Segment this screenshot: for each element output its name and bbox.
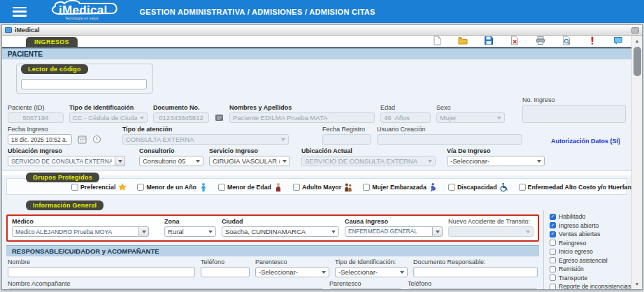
resp-documento-input[interactable] — [413, 267, 538, 277]
checkbox-reporte-inconsistencias[interactable]: Reporte de inconsistencias — [550, 283, 631, 289]
checkbox-menor-de-edad[interactable]: Menor de Edad — [218, 182, 283, 192]
checkbox-enfermedad-alto-costo[interactable]: Enfermedad Alto Costo y/o Huerfana — [519, 182, 631, 192]
delete-icon[interactable] — [509, 36, 520, 45]
via-ingreso-label: Vía De Ingreso — [447, 147, 545, 154]
acompanante-parentesco-select[interactable]: -Seleccionar- — [329, 289, 402, 289]
consultorio-select[interactable]: Consultorio 05 — [139, 156, 203, 166]
ciudad-select[interactable]: Soacha, CUNDINAMARCA — [222, 226, 339, 237]
new-document-icon[interactable] — [431, 36, 442, 45]
tipo-atencion-label: Tipo de atención — [122, 126, 289, 133]
scroll-down-button[interactable]: ▼ — [632, 279, 643, 289]
fecha-ingreso-input[interactable] — [8, 134, 72, 145]
checkbox-egreso-asistencial[interactable]: Egreso asistencial — [550, 257, 631, 264]
menu-icon[interactable] — [13, 7, 27, 17]
chevron-down-icon — [428, 160, 432, 163]
window-title: iMedical — [15, 27, 40, 34]
grupos-protegidos-label: Grupos Protegidos — [26, 173, 99, 182]
via-ingreso-select[interactable]: -Seleccionar- — [447, 156, 545, 166]
usuario-creacion-input — [377, 134, 522, 145]
chevron-down-icon — [208, 231, 213, 233]
checkbox-adulto-mayor[interactable]: Adulto Mayor — [293, 182, 353, 192]
open-folder-icon[interactable] — [457, 36, 468, 45]
preview-icon[interactable] — [561, 36, 571, 45]
sexo-label: Sexo — [436, 104, 505, 111]
vertical-scrollbar[interactable]: ▲ ▼ — [631, 36, 642, 289]
grupos-protegidos-section: Grupos Protegidos Preferencial Menor de … — [2, 175, 631, 195]
checkbox-mujer-embarazada[interactable]: Mujer Embarazada — [363, 182, 438, 192]
scroll-up-button[interactable]: ▲ — [632, 36, 643, 46]
dropdown-button[interactable] — [115, 156, 125, 166]
documento-input — [153, 112, 209, 123]
chevron-down-icon — [281, 138, 285, 141]
acompanante-telefono-input[interactable] — [408, 289, 538, 289]
resp-parentesco-label: Parentesco — [255, 258, 329, 265]
checkbox-remision[interactable]: Remisión — [550, 265, 631, 272]
ubicacion-ingreso-label: Ubicación Ingreso — [8, 147, 125, 154]
checkbox-inicio-egreso[interactable]: Inicio egreso — [550, 248, 631, 255]
no-ingreso-label: No. Ingreso — [522, 96, 626, 103]
pregnant-icon — [429, 182, 438, 192]
comment-icon[interactable] — [613, 36, 623, 45]
checkbox-discapacidad[interactable]: Discapacidad — [448, 182, 509, 192]
calendar-icon[interactable] — [78, 135, 87, 144]
causa-ingreso-combobox[interactable] — [345, 226, 443, 237]
app-logo: iMedical Tecnología en salud — [49, 3, 114, 20]
window-icon — [5, 27, 12, 33]
medico-combobox[interactable] — [12, 226, 149, 237]
checkbox-reingreso[interactable]: Reingreso — [550, 240, 631, 247]
window-control-button[interactable] — [631, 27, 639, 34]
resp-tipo-id-label: Tipo de Identificación: — [335, 258, 408, 265]
dropdown-button[interactable] — [433, 226, 443, 237]
elderly-icon — [343, 182, 353, 192]
grupos-protegidos-row: Preferencial Menor de un Año Menor de Ed… — [6, 178, 627, 195]
acompanante-telefono-label: Teléfono — [408, 280, 538, 287]
resp-documento-label: Documento Responsable: — [413, 258, 538, 265]
servicio-ingreso-select[interactable]: CIRUGIA VASCULAR ( — [209, 156, 290, 166]
save-icon[interactable] — [483, 36, 494, 45]
chevron-down-icon — [497, 117, 501, 119]
resp-nombre-input[interactable] — [8, 267, 195, 277]
alert-icon[interactable] — [587, 36, 597, 45]
checkbox-menor-de-un-ano[interactable]: Menor de un Año — [137, 182, 208, 192]
checkbox-habilitado[interactable]: Habilitado — [550, 213, 631, 220]
fecha-ingreso-label: Fecha Ingreso — [8, 126, 72, 133]
usuario-creacion-label: Usuario Creación — [377, 126, 522, 133]
edad-label: Edad — [380, 104, 431, 111]
checkbox-ventas-abiertas[interactable]: Ventas abiertas — [550, 231, 631, 238]
resp-parentesco-select[interactable]: -Seleccionar- — [255, 267, 329, 277]
autorizacion-datos-link[interactable]: Autorización Datos (SÍ) — [551, 138, 620, 145]
app-header: iMedical Tecnología en salud GESTION ADM… — [0, 0, 644, 23]
fecha-registro-label: Fecha Registro — [322, 126, 371, 133]
documento-label: Documento No. — [153, 104, 209, 111]
fingerprint-reader-icon[interactable] — [215, 113, 224, 122]
informacion-general-section: Información General — [2, 195, 631, 210]
ubicacion-ingreso-combobox[interactable] — [8, 156, 125, 166]
lector-codigo-group: Lector de código — [16, 64, 153, 94]
highlighted-medico-row: Médico Zona Rural — [6, 214, 539, 242]
resp-tipo-id-select[interactable]: -Seleccionar- — [335, 267, 408, 277]
tab-ingresos[interactable]: INGRESOS — [26, 37, 78, 47]
breadcrumb: GESTION ADMINISTRATIVA / ADMISIONES / AD… — [139, 8, 375, 16]
resp-telefono-input[interactable] — [201, 267, 250, 277]
logo-text: iMedical — [49, 3, 114, 17]
star-icon — [117, 182, 127, 192]
print-icon[interactable] — [535, 36, 545, 45]
acompanante-nombre-input[interactable] — [8, 289, 324, 289]
resp-telefono-label: Teléfono — [201, 258, 250, 265]
checkbox-ingreso-abierto[interactable]: Ingreso abierto — [550, 222, 631, 229]
checkbox-preferencial[interactable]: Preferencial — [71, 182, 127, 192]
lector-codigo-input[interactable] — [21, 79, 147, 89]
zona-select[interactable]: Rural — [164, 226, 216, 237]
chevron-down-icon — [331, 231, 336, 233]
fecha-registro-input — [322, 134, 371, 145]
causa-ingreso-label: Causa Ingreso — [345, 218, 443, 225]
ciudad-label: Ciudad — [222, 218, 339, 225]
clock-icon[interactable] — [92, 135, 101, 144]
wheelchair-icon — [499, 182, 509, 192]
nuevo-accidente-select — [448, 226, 534, 237]
dropdown-button[interactable] — [139, 226, 149, 237]
checkbox-transporte[interactable]: Transporte — [550, 275, 631, 282]
scrollbar-thumb[interactable] — [634, 47, 641, 76]
nuevo-accidente-label: Nuevo Accidente de Transito: — [448, 218, 534, 225]
imedical-window: iMedical INGRESOS — [1, 24, 643, 290]
